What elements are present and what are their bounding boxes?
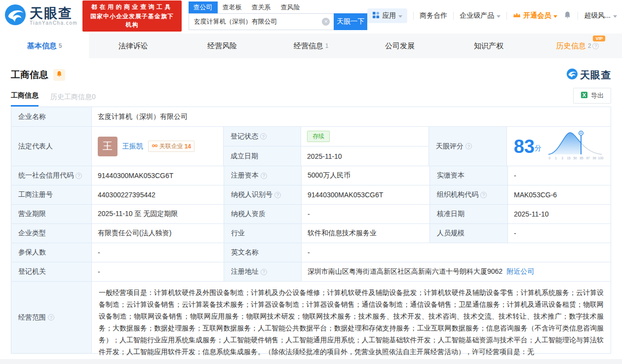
field-label-company-type: 企业类型 — [11, 224, 92, 243]
table-row: 法定代表人 王 王振凯 关联企业 14 登记状态 — [11, 127, 611, 166]
promo-banner: 都在用的商业查询工具 国家中小企业发展子基金旗下机构 — [82, 0, 181, 32]
search-button[interactable]: 天眼一下 — [334, 13, 367, 30]
search-tab-boss[interactable]: 查老板 — [218, 1, 247, 13]
nav-vip[interactable]: 开通会员 — [513, 11, 557, 20]
tab-company-development[interactable]: 公司发展 — [355, 34, 444, 58]
avatar[interactable]: 王 — [98, 137, 117, 156]
divider — [578, 12, 578, 20]
nav-apps[interactable]: 应用 — [367, 8, 407, 23]
field-value-reg-authority: - — [92, 262, 224, 281]
tab-intellectual-property[interactable]: 知识产权 — [444, 34, 533, 58]
tab-label: 知识产权 — [474, 41, 504, 51]
svg-text:3: 3 — [561, 156, 563, 160]
section-title: 工商信息 — [11, 69, 48, 81]
subtab-history-business-info[interactable]: 历史工商信息0 — [50, 93, 96, 107]
divider — [506, 12, 507, 20]
field-value-reg-number: 440300227395442 — [92, 185, 224, 204]
svg-text:99: 99 — [592, 156, 596, 160]
nearby-companies-link[interactable]: 附近公司 — [506, 267, 534, 276]
table-row: 营业期限 2025-11-10 至 无固定期限 纳税人资质 - 核准日期 202… — [11, 205, 611, 224]
brand-name: 天眼查 — [30, 6, 78, 20]
chevron-down-icon — [613, 15, 617, 18]
field-label-reg-authority: 登记机关 — [11, 262, 92, 281]
field-label-text: 注册地址 — [231, 267, 259, 276]
notification-bell[interactable] — [563, 11, 572, 21]
tab-operating-info[interactable]: 经营信息1 — [267, 34, 355, 58]
field-value-business-scope: 一般经营项目是：计算机软硬件及外围设备制造；计算机及办公设备维修；计算机软硬件及… — [92, 282, 611, 353]
help-icon[interactable] — [466, 143, 472, 149]
field-label-text: 组织机构代码 — [437, 190, 478, 199]
tab-history-info[interactable]: VIP 历史信息2 — [533, 34, 622, 58]
field-value-reg-capital: 5000万人民币 — [302, 166, 430, 185]
export-button[interactable]: 导出 — [573, 88, 611, 104]
company-tab-bar: 基本信息5 法律诉讼 经营风险 经营信息1 公司发展 知识产权 VIP 历史信息… — [0, 34, 622, 58]
help-icon[interactable] — [48, 314, 54, 321]
svg-text:15: 15 — [567, 156, 571, 160]
table-row: 企业名称 玄度计算机（深圳）有限公司 — [11, 107, 611, 127]
tab-label: 法律诉讼 — [118, 41, 148, 51]
promo-line2: 国家中小企业发展子基金旗下机构 — [87, 12, 176, 29]
relation-icon — [152, 143, 158, 150]
apps-grid-icon — [372, 11, 380, 20]
search-tab-relation[interactable]: 查关系 — [247, 1, 276, 13]
nav-enterprise[interactable]: 企业级产品 — [460, 11, 501, 20]
field-value-credit-code: 91440300MAK053CG6T — [92, 166, 224, 185]
field-label-text: 经营范围 — [18, 313, 46, 322]
page-footer-strip — [0, 359, 622, 364]
help-icon[interactable] — [260, 133, 267, 140]
field-value-reg-address: 深圳市南山区粤海街道高新区社区高新南六道十号朗科大厦9062 附近公司 — [302, 262, 611, 281]
status-badge: 存续 — [307, 131, 330, 142]
nav-super-risk[interactable]: 超级风... — [584, 11, 617, 20]
field-value-company-name: 玄度计算机（深圳）有限公司 — [92, 107, 611, 126]
table-row: 工商注册号 440300227395442 纳税人识别号 91440300MAK… — [11, 185, 611, 205]
field-value-taxpayer-id: 91440300MAK053CG6T — [302, 185, 430, 204]
help-icon[interactable] — [480, 192, 487, 198]
help-icon[interactable] — [76, 173, 82, 179]
table-row: 登记机关 - 注册地址 深圳市南山区粤海街道高新区社区高新南六道十号朗科大厦90… — [11, 262, 611, 282]
monitor-bell-button[interactable] — [53, 69, 65, 81]
table-row: 企业类型 有限责任公司(法人独资) 行业 软件和信息技术服务业 人员规模 - — [11, 224, 611, 243]
field-label-text: 登记状态 — [231, 132, 258, 141]
nav-vip-label: 开通会员 — [523, 11, 551, 20]
divider — [413, 12, 414, 20]
field-value-approval-date: 2025-11-10 — [508, 205, 611, 223]
search-tab-company[interactable]: 查公司 — [189, 1, 218, 13]
svg-text:100: 100 — [598, 156, 604, 160]
field-value-taxpayer-quality: - — [302, 205, 430, 223]
tianyancha-logo[interactable]: 天眼查 TianYanCha.com — [4, 3, 78, 28]
score-distribution-chart: 0 1 3 15 50 85 97 99 100 — [546, 130, 605, 163]
field-label-reg-capital: 注册资本 — [224, 166, 302, 185]
svg-text:1: 1 — [555, 156, 557, 160]
watermark-logo: 天眼查 — [566, 68, 611, 82]
search-input[interactable] — [189, 13, 334, 30]
tab-operating-risk[interactable]: 经营风险 — [178, 34, 267, 58]
subtab-business-info[interactable]: 工商信息 — [11, 91, 39, 107]
field-value-company-type: 有限责任公司(法人独资) — [92, 224, 224, 243]
help-icon[interactable] — [261, 269, 267, 275]
field-label-industry: 行业 — [224, 224, 302, 243]
search-tab-risk[interactable]: 查风险 — [276, 1, 305, 13]
field-value-establish-date: 2025-11-10 — [301, 146, 428, 166]
score-value: 83 — [514, 137, 535, 156]
tab-count: 1 — [325, 42, 329, 49]
tab-legal-proceedings[interactable]: 法律诉讼 — [89, 34, 178, 58]
field-label-tyc-score: 天眼评分 — [429, 127, 507, 166]
field-value-tyc-score: 83 分 — [507, 127, 611, 166]
field-label-reg-address: 注册地址 — [224, 262, 302, 281]
tab-label: 经营信息 — [294, 41, 323, 51]
related-companies-badge[interactable]: 关联企业 14 — [148, 141, 194, 152]
field-value-org-code: MAK053CG-6 — [508, 185, 611, 204]
help-icon[interactable] — [261, 173, 267, 179]
nav-super-risk-label: 超级风... — [584, 11, 611, 20]
tab-basic-info[interactable]: 基本信息5 — [0, 34, 89, 58]
crown-icon — [513, 12, 521, 20]
brand-domain: TianYanCha.com — [30, 20, 78, 26]
legal-rep-link[interactable]: 王振凯 — [122, 142, 143, 151]
tianyancha-logo-icon — [566, 68, 578, 82]
chevron-down-icon — [398, 15, 402, 18]
help-icon[interactable] — [274, 192, 281, 198]
nav-business[interactable]: 商务合作 — [420, 11, 447, 20]
address-text: 深圳市南山区粤海街道高新区社区高新南六道十号朗科大厦9062 — [308, 267, 503, 276]
field-value-business-term: 2025-11-10 至 无固定期限 — [92, 205, 224, 223]
help-icon[interactable] — [592, 43, 599, 49]
